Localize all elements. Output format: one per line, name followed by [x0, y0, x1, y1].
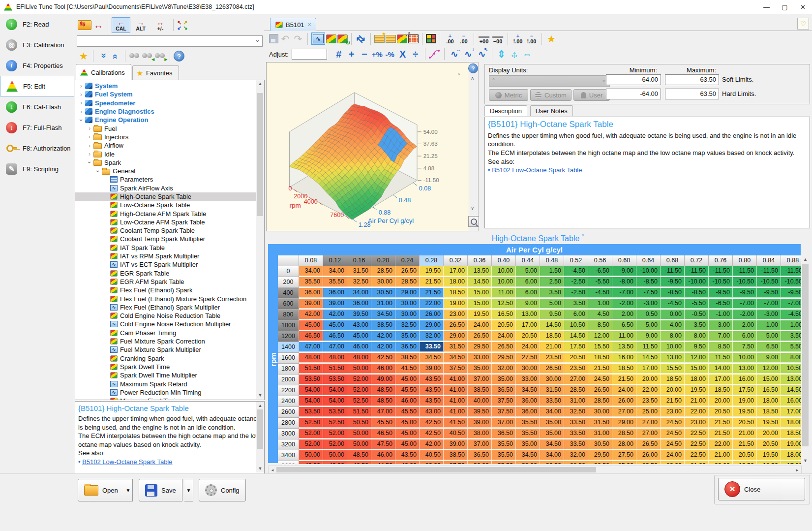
axis-favorites-button[interactable]	[374, 35, 385, 43]
column-header[interactable]: 0.80	[733, 255, 757, 266]
expand-3d-button[interactable]	[397, 34, 407, 43]
table-cell[interactable]: 24.50	[588, 375, 612, 384]
table-cell[interactable]: 35.50	[299, 277, 323, 287]
column-header[interactable]: 0.44	[516, 255, 540, 266]
decimals-plus-button[interactable]: +.00	[444, 33, 456, 44]
table-cell[interactable]: 21.50	[661, 396, 685, 406]
chart-3d-panel[interactable]: 54.0037.6321.254.88-11.50°0200040007600r…	[266, 62, 470, 231]
table-cell[interactable]: 42.00	[371, 331, 395, 341]
table-cell[interactable]: -6.50	[588, 266, 612, 276]
table-cell[interactable]: 42.00	[371, 342, 395, 352]
table-cell[interactable]: 20.00	[709, 461, 733, 464]
table-cell[interactable]: 38.50	[395, 353, 420, 363]
chevron-right-icon[interactable]: ›	[78, 108, 84, 115]
table-cell[interactable]: 40.50	[420, 450, 444, 460]
table-cell[interactable]: 13.00	[781, 375, 801, 384]
low-octane-table-link[interactable]: B5102 Low-Octane Spark Table	[492, 166, 582, 174]
table-cell[interactable]: -7.00	[612, 288, 636, 298]
add-button[interactable]: +	[346, 48, 358, 61]
display-units-dropdown[interactable]: °	[489, 75, 610, 87]
table-cell[interactable]: 26.00	[420, 310, 444, 319]
table-cell[interactable]: 27.00	[636, 418, 661, 428]
table-cell[interactable]: 34.50	[516, 385, 540, 395]
table-cell[interactable]: 27.00	[612, 407, 636, 417]
sidebar-item-calibration[interactable]: ◎F3: Calibration	[0, 34, 74, 55]
column-header[interactable]: 0.32	[444, 255, 468, 266]
table-cell[interactable]: 35.50	[323, 277, 347, 287]
table-cell[interactable]: 17.00	[516, 320, 540, 330]
table-cell[interactable]: 13.00	[661, 353, 685, 363]
table-cell[interactable]: 34.00	[323, 266, 347, 276]
table-cell[interactable]: -8.00	[612, 277, 636, 287]
table-cell[interactable]: 18.50	[444, 288, 468, 298]
table-cell[interactable]: 33.00	[468, 353, 492, 363]
table-cell[interactable]: 5.00	[757, 331, 781, 341]
table-cell[interactable]: 27.00	[564, 375, 588, 384]
sidebar-item-read[interactable]: ↑F2: Read	[0, 14, 74, 34]
table-cell[interactable]: 39.00	[468, 418, 492, 428]
row-header[interactable]: 2400	[278, 396, 299, 407]
table-cell[interactable]: 10.00	[733, 353, 757, 363]
tree-scrollbar[interactable]: ▲ ▼	[256, 80, 264, 399]
table-cell[interactable]: 29.50	[492, 353, 516, 363]
table-cell[interactable]: 17.00	[709, 375, 733, 384]
table-cell[interactable]: -10.50	[781, 277, 801, 287]
table-cell[interactable]: 45.00	[395, 439, 420, 449]
table-cell[interactable]: 10.50	[564, 320, 588, 330]
table-cell[interactable]: 5.00	[540, 299, 564, 309]
hard-minimum-field[interactable]: -64.00	[606, 89, 661, 99]
table-cell[interactable]: -10.00	[685, 277, 709, 287]
table-cell[interactable]: -7.00	[781, 299, 801, 309]
table-cell[interactable]: 20.00	[709, 396, 733, 406]
chevron-right-icon[interactable]: ›	[78, 83, 84, 90]
table-cell[interactable]: -7.00	[757, 299, 781, 309]
table-cell[interactable]: 31.00	[371, 299, 395, 309]
table-cell[interactable]: 24.50	[661, 418, 685, 428]
table-cell[interactable]: 36.50	[395, 342, 420, 352]
tree-item[interactable]: EGR Spark Table	[75, 269, 264, 278]
metric-button[interactable]: Metric	[489, 89, 528, 101]
table-cell[interactable]: 28.50	[612, 429, 636, 438]
table-cell[interactable]: 19.00	[733, 396, 757, 406]
tree-item[interactable]: ∿Power Reduction Min Timing	[75, 388, 264, 397]
table-cell[interactable]: 18.00	[781, 450, 801, 460]
table-cell[interactable]: 16.00	[612, 353, 636, 363]
row-header[interactable]: 3600	[278, 461, 299, 464]
table-cell[interactable]: 35.00	[540, 418, 564, 428]
save-button[interactable]: Save	[139, 479, 182, 501]
table-cell[interactable]: 34.00	[299, 266, 323, 276]
copy-segments-button[interactable]: ↖↗↙↘	[177, 20, 189, 30]
tree-item[interactable]: ∿Maximum Spark Retard	[75, 379, 264, 388]
table-cell[interactable]: 45.50	[371, 418, 395, 428]
table-cell[interactable]: 19.50	[468, 310, 492, 319]
row-header[interactable]: 2200	[278, 385, 299, 396]
add-percent-button[interactable]: +%	[371, 48, 383, 61]
table-cell[interactable]: 43.50	[420, 375, 444, 384]
table-cell[interactable]: 41.50	[444, 418, 468, 428]
table-cell[interactable]: 18.00	[781, 418, 801, 428]
table-cell[interactable]: 43.00	[420, 407, 444, 417]
table-cell[interactable]: 18.50	[757, 407, 781, 417]
row-header[interactable]: 1000	[278, 320, 299, 331]
tree-item[interactable]: Coolant Temp Spark Table	[75, 226, 264, 235]
table-cell[interactable]: -8.50	[636, 277, 661, 287]
tree-item[interactable]: ›Spark	[75, 158, 264, 167]
smooth-row-button[interactable]: ∿↔	[448, 48, 461, 61]
table-cell[interactable]: 42.50	[371, 353, 395, 363]
tree-item[interactable]: Flex Fuel (Ethanol) Spark	[75, 286, 264, 294]
table-cell[interactable]: 18.50	[540, 331, 564, 341]
table-cell[interactable]: 3.00	[709, 320, 733, 330]
color-cells-button[interactable]	[426, 34, 436, 43]
table-cell[interactable]: 21.50	[733, 439, 757, 449]
precision-plus-button[interactable]: +⁞.00	[511, 33, 524, 44]
chevron-right-icon[interactable]: ›	[87, 133, 92, 140]
table-cell[interactable]: 20.50	[733, 418, 757, 428]
chevron-right-icon[interactable]: ›	[78, 91, 84, 98]
tab-user-notes[interactable]: User Notes	[530, 105, 573, 116]
table-cell[interactable]: 21.50	[420, 277, 444, 287]
table-cell[interactable]: 47.00	[371, 407, 395, 417]
tab-calibrations[interactable]: Calibrations	[76, 64, 131, 80]
table-cell[interactable]: 25.00	[636, 407, 661, 417]
tree-item[interactable]: ∿Flex Fuel (Ethanol) Spark Multiplier	[75, 303, 264, 312]
table-cell[interactable]: 19.50	[685, 385, 709, 395]
